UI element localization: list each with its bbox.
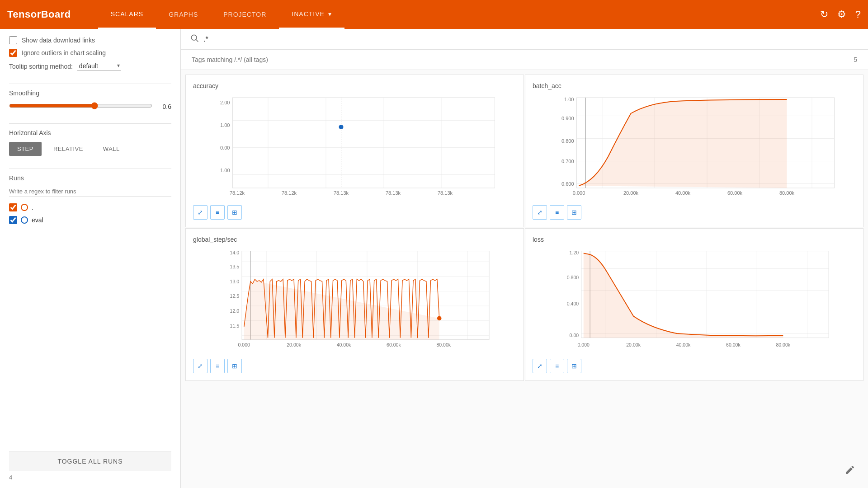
- svg-text:1.00: 1.00: [220, 122, 230, 128]
- chart-loss: loss 1.20 0.800 0.400 0.00: [525, 228, 863, 381]
- settings-btn-global-step[interactable]: ⊞: [227, 359, 242, 373]
- nav-projector[interactable]: PROJECTOR: [211, 0, 279, 29]
- edit-icon[interactable]: [841, 461, 859, 479]
- tooltip-label: Tooltip sorting method:: [9, 63, 73, 70]
- axis-btn-wall[interactable]: WALL: [95, 142, 128, 156]
- svg-text:-1.00: -1.00: [218, 168, 230, 173]
- search-bar: [181, 29, 868, 50]
- run-dot-color: [21, 204, 28, 211]
- axis-btn-step[interactable]: STEP: [9, 142, 42, 156]
- svg-text:78.12k: 78.12k: [230, 190, 245, 196]
- run-eval-checkbox[interactable]: [9, 216, 17, 224]
- chart-global-step-actions: ⤢ ≡ ⊞: [193, 359, 516, 373]
- svg-line-1: [196, 40, 198, 42]
- chart-accuracy-area: 2.00 1.00 0.00 -1.00 78.12k 78.12k 78.13…: [193, 93, 516, 202]
- app-logo: TensorBoard: [7, 9, 71, 20]
- options-section: Show data download links Ignore outliers…: [9, 36, 171, 71]
- run-dot-label: .: [32, 204, 33, 211]
- chart-global-step-area: 14.0 13.5 13.0 12.5 12.0 11.5 0.000 20.0…: [193, 247, 516, 355]
- expand-btn-loss[interactable]: ⤢: [533, 359, 547, 373]
- svg-text:78.13k: 78.13k: [438, 190, 453, 196]
- svg-text:40.00k: 40.00k: [676, 342, 691, 347]
- refresh-icon[interactable]: ↻: [820, 9, 828, 20]
- tags-label: Tags matching /.*/ (all tags): [192, 56, 268, 63]
- runs-filter-input[interactable]: [9, 186, 171, 197]
- chevron-down-icon: ▾: [328, 10, 332, 18]
- divider-2: [9, 123, 171, 124]
- header: TensorBoard SCALARS GRAPHS PROJECTOR INA…: [0, 0, 868, 29]
- svg-text:0.400: 0.400: [567, 301, 579, 306]
- ignore-outliers-checkbox[interactable]: [9, 49, 17, 57]
- svg-text:78.13k: 78.13k: [386, 190, 401, 196]
- ignore-outliers-row: Ignore outliers in chart scaling: [9, 49, 171, 57]
- chart-batch-acc-title: batch_acc: [533, 82, 856, 89]
- svg-text:40.00k: 40.00k: [337, 342, 351, 347]
- tooltip-select[interactable]: default ascending descending: [77, 61, 121, 71]
- sidebar: Show data download links Ignore outliers…: [0, 29, 181, 488]
- svg-text:78.12k: 78.12k: [282, 190, 297, 196]
- settings-btn-accuracy[interactable]: ⊞: [227, 205, 242, 220]
- data-btn-accuracy[interactable]: ≡: [210, 205, 225, 220]
- runs-title: Runs: [9, 174, 171, 182]
- svg-text:0.800: 0.800: [567, 275, 579, 280]
- run-eval-color: [21, 216, 28, 224]
- data-btn-loss[interactable]: ≡: [550, 359, 564, 373]
- expand-btn-global-step[interactable]: ⤢: [193, 359, 208, 373]
- smoothing-value: 0.6: [158, 103, 171, 110]
- chart-accuracy: accuracy 2.00 1.00 0.00: [185, 75, 524, 227]
- settings-btn-batch-acc[interactable]: ⊞: [567, 205, 581, 220]
- svg-text:60.00k: 60.00k: [727, 190, 743, 196]
- run-dot-checkbox[interactable]: [9, 203, 17, 211]
- search-input[interactable]: [203, 35, 859, 43]
- axis-btn-relative[interactable]: RELATIVE: [45, 142, 91, 156]
- svg-point-0: [191, 35, 197, 40]
- nav-inactive[interactable]: INACTIVE ▾: [279, 0, 344, 29]
- svg-text:80.00k: 80.00k: [779, 190, 795, 196]
- nav-graphs[interactable]: GRAPHS: [156, 0, 211, 29]
- chart-accuracy-title: accuracy: [193, 82, 516, 89]
- divider-1: [9, 84, 171, 84]
- chart-batch-acc-area: 1.00 0.900 0.800 0.700 0.600 0.000 20.00…: [533, 93, 856, 202]
- settings-btn-loss[interactable]: ⊞: [567, 359, 581, 373]
- divider-3: [9, 169, 171, 169]
- chart-batch-acc-actions: ⤢ ≡ ⊞: [533, 205, 856, 220]
- expand-btn-batch-acc[interactable]: ⤢: [533, 205, 547, 220]
- chart-batch-acc: batch_acc 1.00 0.900 0.800 0.700: [525, 75, 863, 227]
- smoothing-slider[interactable]: [9, 102, 152, 109]
- nav-scalars[interactable]: SCALARS: [98, 0, 156, 29]
- svg-text:60.00k: 60.00k: [726, 342, 741, 347]
- toggle-all-runs-button[interactable]: TOGGLE ALL RUNS: [9, 451, 171, 471]
- svg-text:0.000: 0.000: [573, 190, 585, 196]
- sidebar-spacer: [9, 236, 171, 451]
- main-nav: SCALARS GRAPHS PROJECTOR INACTIVE ▾: [98, 0, 820, 29]
- horizontal-axis-section: Horizontal Axis STEP RELATIVE WALL: [9, 129, 171, 156]
- svg-text:12.0: 12.0: [230, 308, 240, 314]
- svg-text:14.0: 14.0: [230, 250, 240, 255]
- run-eval-label: eval: [32, 216, 43, 224]
- svg-text:12.5: 12.5: [230, 293, 240, 299]
- smoothing-title: Smoothing: [9, 89, 171, 97]
- expand-btn-accuracy[interactable]: ⤢: [193, 205, 208, 220]
- tags-count: 5: [854, 56, 857, 63]
- chart-loss-area: 1.20 0.800 0.400 0.00 0.000 20.00k 40.00…: [533, 247, 856, 355]
- chart-loss-actions: ⤢ ≡ ⊞: [533, 359, 856, 373]
- svg-text:20.00k: 20.00k: [287, 342, 301, 347]
- show-download-checkbox[interactable]: [9, 36, 17, 44]
- svg-text:2.00: 2.00: [220, 100, 230, 105]
- data-btn-batch-acc[interactable]: ≡: [550, 205, 564, 220]
- smoothing-slider-container: [9, 102, 152, 111]
- help-icon[interactable]: ?: [855, 9, 861, 20]
- show-download-label: Show data download links: [22, 37, 95, 44]
- svg-text:0.000: 0.000: [577, 342, 590, 347]
- svg-text:0.000: 0.000: [238, 342, 250, 347]
- settings-icon[interactable]: ⚙: [837, 9, 846, 20]
- svg-rect-2: [233, 98, 495, 188]
- chart-accuracy-actions: ⤢ ≡ ⊞: [193, 205, 516, 220]
- search-icon: [190, 33, 199, 45]
- svg-text:0.00: 0.00: [220, 145, 230, 150]
- run-count: 4: [9, 474, 171, 481]
- data-btn-global-step[interactable]: ≡: [210, 359, 225, 373]
- global-step-svg: 14.0 13.5 13.0 12.5 12.0 11.5 0.000 20.0…: [193, 247, 516, 355]
- tooltip-select-wrapper: default ascending descending: [77, 61, 121, 71]
- svg-text:0.00: 0.00: [570, 333, 579, 338]
